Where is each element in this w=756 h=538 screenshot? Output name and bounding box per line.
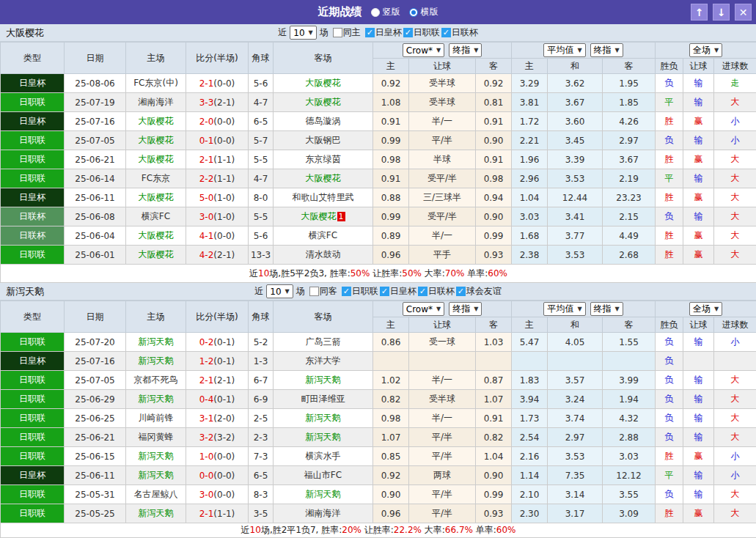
- bookmaker-select[interactable]: Crow*▼: [403, 43, 444, 57]
- goals-result-cell: 大: [714, 246, 756, 265]
- euro-source-select[interactable]: 平均值▼: [543, 302, 585, 316]
- away-team-cell: 大阪樱花: [274, 169, 373, 188]
- match-date-cell: 25-08-06: [65, 74, 126, 93]
- odds-stage-select[interactable]: 终指▼: [449, 302, 482, 316]
- crow-away-odds-cell: [476, 352, 512, 371]
- away-team-cell: 横滨水手: [274, 447, 373, 466]
- full-time-score: 3-3: [199, 97, 214, 108]
- euro-stage-select[interactable]: 终指▼: [590, 302, 623, 316]
- checkbox-checked-icon[interactable]: [342, 287, 351, 296]
- handicap-result-cell: 赢: [683, 112, 714, 131]
- type-badge-cell: 日联杯: [1, 207, 65, 226]
- score-cell: 3-0(0-0): [186, 485, 249, 504]
- period-select[interactable]: 全场▼: [689, 302, 722, 316]
- league-filter[interactable]: 日皇杯: [380, 285, 416, 298]
- view-mode-vertical[interactable]: 竖版: [371, 6, 400, 18]
- score-cell: 2-2(1-1): [186, 169, 249, 188]
- euro-source-select[interactable]: 平均值▼: [543, 43, 585, 57]
- outcome-cell: 胜: [656, 188, 683, 207]
- type-badge-cell: 日联杯: [1, 226, 65, 246]
- full-time-score: 2-1: [199, 509, 214, 519]
- away-team-name: 大阪钢巴: [306, 135, 341, 145]
- handicap-result-cell: 输: [683, 390, 714, 409]
- crow-away-odds-cell: 0.90: [476, 466, 512, 485]
- avg-away-odds-cell: [603, 352, 656, 371]
- goals-result-cell: 大: [714, 207, 756, 226]
- crow-away-odds-cell: 0.91: [476, 112, 512, 131]
- type-badge-cell: 日职联: [1, 93, 65, 112]
- handicap-result-cell: 输: [683, 371, 714, 390]
- view-mode-horizontal-label: 横版: [421, 6, 438, 18]
- bookmaker-select[interactable]: Crow*▼: [403, 302, 444, 316]
- crow-handicap-cell: 半/一: [409, 409, 476, 428]
- handicap-result-cell: 赢: [683, 226, 714, 246]
- crow-away-odds-cell: 0.81: [476, 93, 512, 112]
- full-time-score: 3-0: [199, 490, 214, 500]
- match-count-select[interactable]: 10▼: [290, 26, 316, 40]
- crow-home-odds-cell: [373, 352, 409, 371]
- half-time-score: (0-0): [213, 231, 235, 241]
- table-row: 日联杯25-06-08横滨FC3-0(1-0)5-5大阪樱花10.99受平/半0…: [1, 207, 756, 226]
- euro-stage-select[interactable]: 终指▼: [590, 43, 623, 57]
- checkbox-checked-icon[interactable]: [441, 28, 451, 37]
- avg-away-odds-cell: 3.09: [603, 504, 656, 523]
- league-filter[interactable]: 日联杯: [418, 285, 455, 298]
- league-filter[interactable]: 球会友谊: [456, 285, 502, 298]
- type-badge-cell: 日职联: [1, 150, 65, 169]
- avg-draw-odds-cell: 3.60: [548, 112, 603, 131]
- odds-stage-select[interactable]: 终指▼: [449, 43, 482, 57]
- close-button[interactable]: ✕: [735, 4, 752, 21]
- goals-result-cell: 大: [714, 226, 756, 246]
- match-date-cell: 25-07-19: [65, 93, 126, 112]
- league-filter[interactable]: 日职联: [403, 26, 440, 39]
- avg-draw-odds-cell: 3.17: [548, 504, 603, 523]
- full-time-score: 4-1: [199, 231, 214, 241]
- move-up-button[interactable]: ↑: [691, 4, 708, 21]
- section-summary: 近10场,胜5平2负3, 胜率:50% 让胜率:50% 大率:70% 单率:60…: [1, 265, 756, 283]
- league-filter[interactable]: 日皇杯: [365, 26, 402, 39]
- league-filter[interactable]: 日联杯: [441, 26, 478, 39]
- chevron-down-icon: ▼: [577, 306, 581, 312]
- outcome-cell: 胜: [656, 150, 683, 169]
- home-team-cell: 京都不死鸟: [126, 371, 186, 390]
- match-count-value: 10: [270, 287, 281, 297]
- league-label: 日皇杯: [390, 285, 416, 298]
- avg-home-odds-cell: 2.38: [512, 246, 548, 265]
- corner-cell: 4-7: [249, 169, 274, 188]
- checkbox-checked-icon[interactable]: [365, 28, 375, 37]
- same-venue-filter[interactable]: 同主: [333, 26, 361, 39]
- crow-handicap-cell: 受半球: [409, 390, 476, 409]
- checkbox-checked-icon[interactable]: [456, 287, 466, 296]
- same-venue-filter[interactable]: 同客: [309, 285, 337, 298]
- league-label: 日职联: [414, 26, 440, 39]
- avg-draw-odds-cell: 12.44: [548, 188, 603, 207]
- league-filter[interactable]: 日职联: [342, 285, 378, 298]
- type-badge-cell: 日职联: [1, 409, 65, 428]
- move-down-button[interactable]: ↓: [713, 4, 730, 21]
- goals-result-cell: 大: [714, 504, 756, 523]
- checkbox-unchecked-icon[interactable]: [309, 287, 319, 296]
- col-euro-draw: 和: [548, 317, 603, 333]
- home-team-cell: 新泻天鹅: [126, 447, 186, 466]
- handicap-result-cell: 赢: [683, 447, 714, 466]
- half-time-score: (0-0): [213, 117, 235, 127]
- outcome-cell: 负: [656, 485, 683, 504]
- checkbox-checked-icon[interactable]: [418, 287, 427, 296]
- checkbox-checked-icon[interactable]: [380, 287, 389, 296]
- radio-unchecked-icon[interactable]: [371, 8, 380, 17]
- view-mode-horizontal[interactable]: 横版: [409, 6, 438, 18]
- crow-home-odds-cell: 0.99: [373, 131, 409, 150]
- match-date-cell: 25-06-01: [65, 246, 126, 265]
- type-badge-cell: 日职联: [1, 504, 65, 523]
- outcome-cell: 胜: [656, 447, 683, 466]
- col-corner: 角球: [249, 301, 274, 333]
- same-venue-label: 同客: [320, 285, 337, 298]
- type-badge-cell: 日皇杯: [1, 188, 65, 207]
- away-team-name: 广岛三箭: [306, 336, 341, 347]
- bookmaker-value: Crow*: [406, 304, 433, 314]
- checkbox-checked-icon[interactable]: [403, 28, 413, 37]
- period-select[interactable]: 全场▼: [689, 43, 722, 57]
- checkbox-unchecked-icon[interactable]: [333, 28, 342, 37]
- match-count-select[interactable]: 10▼: [266, 284, 293, 298]
- radio-checked-icon[interactable]: [409, 8, 418, 17]
